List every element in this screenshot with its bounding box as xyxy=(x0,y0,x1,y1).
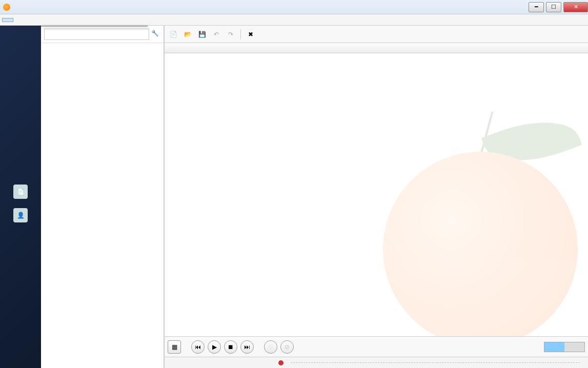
track-info-icon: 📄 xyxy=(13,185,28,199)
music-menu-dropdown xyxy=(41,26,148,27)
progress-track[interactable] xyxy=(291,362,580,363)
next-button[interactable]: ⏭ xyxy=(240,340,254,354)
close-button[interactable]: ✕ xyxy=(563,2,588,12)
search-settings-icon[interactable]: 🔧 xyxy=(151,30,160,39)
menu-playlist[interactable] xyxy=(13,18,24,22)
clear-icon[interactable]: ✖ xyxy=(245,29,256,40)
status-dot-icon xyxy=(278,360,283,365)
main-layout: 📄 👤 🔧 📄 📂 💾 ↶ ↷ ✖ xyxy=(0,26,588,368)
playlist-panel: 📄 📂 💾 ↶ ↷ ✖ ▦ ⏮ ▶ ⏹ ⏭ ♡ ⊘ xyxy=(164,26,588,368)
menubar xyxy=(0,14,588,26)
menu-help[interactable] xyxy=(44,18,54,22)
artist-info-icon: 👤 xyxy=(13,208,28,222)
sidebar-track-info[interactable]: 📄 xyxy=(0,185,41,199)
undo-icon[interactable]: ↶ xyxy=(211,29,222,40)
clementine-watermark xyxy=(342,100,588,336)
hint-area xyxy=(41,192,164,200)
visualizer-icon[interactable]: ▦ xyxy=(168,340,181,354)
column-headers xyxy=(165,43,588,53)
app-icon xyxy=(3,4,10,11)
new-playlist-icon[interactable]: 📄 xyxy=(168,29,179,40)
titlebar: ━ ☐ ✕ xyxy=(0,0,588,14)
sidebar-artist-info[interactable]: 👤 xyxy=(0,208,41,222)
save-playlist-icon[interactable]: 💾 xyxy=(196,29,208,40)
ban-button[interactable]: ⊘ xyxy=(280,340,294,354)
maximize-button[interactable]: ☐ xyxy=(546,2,561,12)
search-row: 🔧 xyxy=(41,26,164,43)
playlist-area[interactable] xyxy=(165,53,588,336)
separator xyxy=(240,29,241,39)
window-buttons: ━ ☐ ✕ xyxy=(526,2,588,12)
menu-tools[interactable] xyxy=(24,18,34,22)
open-playlist-icon[interactable]: 📂 xyxy=(182,29,193,40)
library-panel: 🔧 xyxy=(41,26,164,368)
play-button[interactable]: ▶ xyxy=(208,340,221,354)
prev-button[interactable]: ⏮ xyxy=(191,340,205,354)
playback-controls: ▦ ⏮ ▶ ⏹ ⏭ ♡ ⊘ xyxy=(165,336,588,357)
menu-music[interactable] xyxy=(2,18,13,22)
playlist-toolbar: 📄 📂 💾 ↶ ↷ ✖ xyxy=(165,26,588,43)
menu-extras[interactable] xyxy=(34,18,44,22)
minimize-button[interactable]: ━ xyxy=(529,2,544,12)
stop-button[interactable]: ⏹ xyxy=(224,340,237,354)
volume-slider[interactable] xyxy=(544,342,585,352)
source-list xyxy=(41,200,164,368)
love-button[interactable]: ♡ xyxy=(264,340,277,354)
left-sidebar: 📄 👤 xyxy=(0,26,41,368)
search-input[interactable] xyxy=(44,29,149,40)
redo-icon[interactable]: ↷ xyxy=(225,29,236,40)
status-bar xyxy=(165,357,588,368)
